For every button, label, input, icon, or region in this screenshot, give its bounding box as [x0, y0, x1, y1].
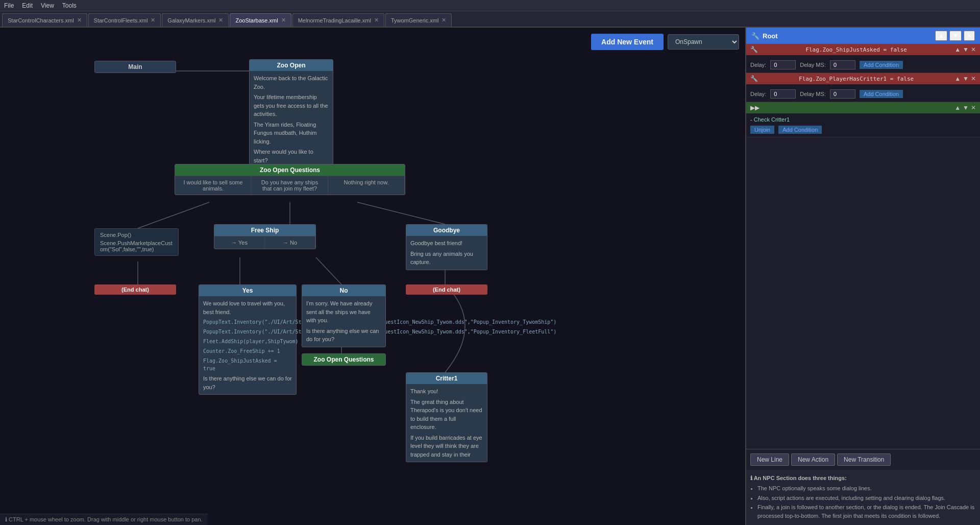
new-line-button[interactable]: New Line: [750, 454, 789, 466]
rp-section-0-down[interactable]: ▼: [963, 46, 969, 53]
rp-section-1-code: Flag.Zoo_PlayerHasCritter1 = false: [799, 76, 914, 82]
tab-zoo-starbase[interactable]: ZooStarbase.xml ✕: [230, 13, 291, 27]
rp-section-2-actions: Unjoin Add Condition: [750, 126, 976, 134]
rp-section-2-up[interactable]: ▲: [954, 104, 961, 111]
rp-section-1-close[interactable]: ✕: [971, 75, 976, 82]
zoo-open-questions-2-node[interactable]: Zoo Open Questions: [302, 353, 386, 366]
rp-section-2-icon: ▶▶: [750, 104, 760, 111]
free-ship-node[interactable]: Free Ship → Yes → No: [214, 224, 316, 249]
rp-section-2-content: - Check Critter1 Unjoin Add Condition: [746, 113, 980, 137]
zoo-open-questions-2-header: Zoo Open Questions: [302, 354, 385, 365]
unjoin-button[interactable]: Unjoin: [750, 126, 774, 134]
goodbye-node[interactable]: Goodbye Goodbye best friend! Bring us an…: [406, 224, 487, 270]
statusbar-text: CTRL + mouse wheel to zoom. Drag with mi…: [9, 516, 203, 522]
menu-bar: File Edit View Tools: [0, 0, 980, 11]
end-chat-left[interactable]: (End chat): [94, 284, 176, 295]
end-chat-right[interactable]: (End chat): [406, 284, 487, 295]
zoo-open-body: Welcome back to the Galactic Zoo. Your l…: [250, 71, 333, 168]
main-node[interactable]: Main: [94, 61, 176, 73]
free-ship-no[interactable]: → No: [265, 236, 315, 249]
rp-section-1-content: Delay: Delay MS: Add Condition: [746, 84, 980, 102]
free-ship-header: Free Ship: [214, 225, 315, 236]
tab-star-control-characters[interactable]: StarControlCharacters.xml ✕: [2, 13, 87, 27]
rp-section-0-controls: ▲ ▼ ✕: [954, 46, 976, 53]
right-panel-header: 🔧 Root ▲ ▼ ✕: [746, 28, 980, 44]
close-tab-3[interactable]: ✕: [281, 17, 286, 23]
menu-tools[interactable]: Tools: [62, 2, 77, 9]
menu-view[interactable]: View: [41, 2, 54, 9]
rp-info-list: The NPC optionally speaks some dialog li…: [750, 484, 976, 520]
close-tab-1[interactable]: ✕: [151, 17, 155, 23]
zoo-open-questions-node[interactable]: Zoo Open Questions I would like to sell …: [175, 164, 405, 195]
rp-section-2-close[interactable]: ✕: [971, 104, 976, 111]
rp-section-0-close[interactable]: ✕: [971, 46, 976, 53]
delay-label-0: Delay:: [750, 62, 766, 68]
statusbar-icon: ℹ: [5, 516, 7, 522]
zoo-open-questions-header: Zoo Open Questions: [175, 164, 405, 176]
yes-node[interactable]: Yes We would love to travel with you, be…: [199, 284, 297, 395]
new-transition-button[interactable]: New Transition: [837, 454, 891, 466]
rp-section-0-code: Flag.Zoo_ShipJustAsked = false: [805, 46, 907, 53]
delay-ms-input-1[interactable]: [830, 89, 855, 99]
close-panel-button[interactable]: ✕: [964, 31, 975, 41]
tab-bar: StarControlCharacters.xml ✕ StarControlF…: [0, 11, 980, 28]
zoo-open-node[interactable]: Zoo Open Welcome back to the Galactic Zo…: [249, 59, 333, 168]
rp-info: ℹ An NPC Section does three things: The …: [746, 470, 980, 526]
minimize-panel-button[interactable]: ▲: [935, 31, 947, 41]
delay-ms-input-0[interactable]: [830, 60, 855, 69]
close-tab-0[interactable]: ✕: [77, 17, 82, 23]
event-type-dropdown[interactable]: OnSpawn OnEnter OnExit OnInteract: [668, 34, 739, 50]
tab-melnorme-trading[interactable]: MelnormeTradingLacaille.xml ✕: [292, 13, 384, 27]
rp-section-1-icon: 🔧: [750, 75, 758, 82]
add-condition-1[interactable]: Add Condition: [860, 90, 903, 98]
menu-edit[interactable]: Edit: [22, 2, 33, 9]
no-node[interactable]: No I'm sorry. We have already sent all t…: [302, 284, 386, 347]
rp-section-2-header: ▶▶ ▲ ▼ ✕: [746, 102, 980, 113]
delay-label-1: Delay:: [750, 91, 766, 97]
critter1-body: Thank you! The great thing about Therapo…: [406, 384, 487, 462]
right-panel-title: 🔧 Root: [751, 32, 778, 40]
critter1-node[interactable]: Critter1 Thank you! The great thing abou…: [406, 372, 487, 462]
root-icon: 🔧: [751, 32, 760, 40]
rp-info-item-1: Also, script actions are executed, inclu…: [757, 494, 976, 503]
choice-ships[interactable]: Do you have any ships that can join my f…: [252, 176, 328, 195]
close-tab-2[interactable]: ✕: [218, 17, 223, 23]
add-condition-0[interactable]: Add Condition: [860, 61, 903, 69]
add-condition-2[interactable]: Add Condition: [778, 126, 822, 134]
no-header: No: [302, 285, 385, 296]
svg-line-4: [357, 202, 445, 224]
add-new-event-button[interactable]: Add New Event: [591, 34, 664, 50]
rp-section-0-delay-row: Delay: Delay MS: Add Condition: [750, 60, 976, 69]
expand-panel-button[interactable]: ▼: [949, 31, 962, 41]
scene-pop-node[interactable]: Scene.Pop() Scene.PushMarketplaceCust om…: [94, 228, 179, 256]
rp-section-2-code: - Check Critter1: [750, 116, 976, 123]
choice-sell[interactable]: I would like to sell some animals.: [175, 176, 252, 195]
rp-section-0-up[interactable]: ▲: [954, 46, 961, 53]
delay-input-1[interactable]: [770, 89, 796, 99]
rp-section-2-down[interactable]: ▼: [963, 104, 969, 111]
rp-section-2: ▶▶ ▲ ▼ ✕ - Check Critter1 Unjoin Add Con…: [746, 102, 980, 137]
close-tab-4[interactable]: ✕: [374, 17, 379, 23]
svg-line-7: [316, 257, 341, 284]
new-action-button[interactable]: New Action: [791, 454, 835, 466]
close-tab-5[interactable]: ✕: [442, 17, 446, 23]
tab-tywom-generic[interactable]: TywomGeneric.xml ✕: [385, 13, 452, 27]
statusbar: ℹ CTRL + mouse wheel to zoom. Drag with …: [0, 514, 208, 525]
rp-section-0-icon: 🔧: [750, 46, 758, 53]
rp-section-1-down[interactable]: ▼: [963, 75, 969, 82]
main-layout: Add New Event OnSpawn OnEnter OnExit OnI…: [0, 28, 980, 525]
right-panel: 🔧 Root ▲ ▼ ✕ 🔧 Flag.Zoo_ShipJustAsked = …: [745, 28, 980, 525]
rp-section-1-delay-row: Delay: Delay MS: Add Condition: [750, 89, 976, 99]
tab-galaxy-markers[interactable]: GalaxyMarkers.xml ✕: [162, 13, 229, 27]
menu-file[interactable]: File: [4, 2, 14, 9]
rp-section-1-up[interactable]: ▲: [954, 75, 961, 82]
canvas-area[interactable]: Add New Event OnSpawn OnEnter OnExit OnI…: [0, 28, 745, 525]
choice-nothing[interactable]: Nothing right now.: [328, 176, 405, 195]
rp-buttons: New Line New Action New Transition: [746, 449, 980, 470]
free-ship-yes[interactable]: → Yes: [214, 236, 265, 249]
tab-star-control-fleets[interactable]: StarControlFleets.xml ✕: [88, 13, 161, 27]
no-body: I'm sorry. We have already sent all the …: [302, 296, 385, 347]
zoo-open-header: Zoo Open: [250, 60, 333, 71]
delay-input-0[interactable]: [770, 60, 796, 69]
main-node-header: Main: [95, 61, 176, 73]
